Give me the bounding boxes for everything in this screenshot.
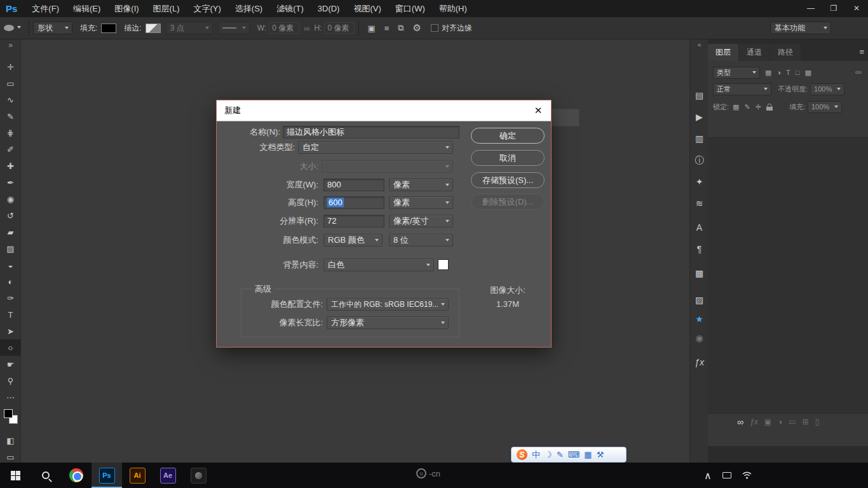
dock-info-icon[interactable]: ⓘ (690, 155, 709, 166)
lock-all-icon[interactable] (766, 104, 773, 111)
dock-fx-icon[interactable]: ƒx (690, 357, 709, 367)
dock-actions-icon[interactable]: ▶ (690, 112, 709, 122)
menu-item-type[interactable]: 文字(Y) (186, 0, 227, 17)
path-alignment-icon[interactable]: ≡ (380, 24, 394, 33)
menu-item-window[interactable]: 窗口(W) (388, 0, 432, 17)
dock-history-icon[interactable]: ▤ (690, 90, 709, 100)
filter-type-layers-icon[interactable]: T (786, 69, 790, 76)
dock-character-icon[interactable]: A (690, 222, 709, 233)
dock-paragraph-icon[interactable]: ¶ (690, 244, 709, 254)
zoom-tool[interactable]: ⚲ (0, 372, 21, 389)
eyedropper-tool[interactable]: ✐ (0, 141, 21, 158)
pixel-aspect-select[interactable]: 方形像素 (327, 316, 449, 329)
resolution-input[interactable]: 72 (323, 215, 384, 227)
stroke-width-select[interactable]: 3 点 (166, 22, 213, 34)
dock-adjustments-icon[interactable]: ✦ (690, 177, 709, 187)
blend-mode-select[interactable]: 正常 (713, 83, 771, 95)
fill-color-swatch[interactable] (101, 24, 116, 33)
gear-icon[interactable]: ⚙ (409, 22, 426, 34)
ok-button[interactable]: 确定 (471, 128, 545, 144)
dialog-title-bar[interactable]: 新建 (217, 100, 551, 121)
healing-brush-tool[interactable]: ✚ (0, 158, 21, 174)
align-edges-checkbox[interactable] (431, 24, 438, 32)
ellipse-tool[interactable]: ○ (0, 339, 21, 356)
start-button[interactable] (0, 463, 31, 488)
background-color-swatch[interactable] (438, 259, 449, 270)
display-icon[interactable] (722, 472, 731, 478)
lasso-tool[interactable]: ∿ (0, 92, 21, 108)
expand-panels-icon[interactable]: « (690, 41, 709, 48)
menu-item-help[interactable]: 帮助(H) (432, 0, 474, 17)
minimize-icon[interactable]: — (799, 0, 822, 17)
advanced-label[interactable]: 高级 (252, 283, 275, 295)
height-unit-select[interactable]: 像素 (389, 196, 453, 209)
fill-opacity-select[interactable]: 100% (808, 101, 842, 113)
lock-paint-icon[interactable]: ✎ (744, 103, 750, 111)
menu-item-file[interactable]: 文件(F) (25, 0, 66, 17)
filter-shape-layers-icon[interactable]: □ (796, 69, 800, 76)
layer-style-icon[interactable]: ƒx (750, 417, 758, 426)
delete-layer-icon[interactable]: ▯ (815, 417, 820, 426)
background-select[interactable]: 白色 (323, 259, 434, 271)
menu-item-3d[interactable]: 3D(D) (311, 0, 347, 17)
dodge-tool[interactable]: ◐ (0, 273, 21, 290)
blur-tool[interactable]: ◒ (0, 257, 21, 273)
ime-fullwidth-icon[interactable]: ☽ (545, 450, 552, 459)
stroke-color-swatch[interactable] (146, 24, 161, 33)
cancel-button[interactable]: 取消 (471, 150, 545, 166)
hand-tool[interactable]: ☛ (0, 356, 21, 372)
layer-filter-kind-select[interactable]: 类型 (713, 67, 760, 79)
menu-item-image[interactable]: 图像(I) (107, 0, 146, 17)
path-selection-tool[interactable]: ➤ (0, 323, 21, 339)
link-dimensions-icon[interactable]: ∞ (299, 24, 314, 33)
edit-toolbar-icon[interactable]: ⋯ (0, 389, 21, 405)
taskbar-search-button[interactable] (31, 463, 61, 488)
pen-tool[interactable]: ✑ (0, 290, 21, 306)
workspace-switcher[interactable]: 基本功能 (770, 22, 831, 34)
dock-properties-icon[interactable]: ≋ (690, 198, 709, 208)
quick-mask-icon[interactable]: ◧ (0, 432, 21, 449)
resolution-unit-select[interactable]: 像素/英寸 (389, 215, 453, 227)
eraser-tool[interactable]: ▰ (0, 224, 21, 240)
color-profile-select[interactable]: 工作中的 RGB: sRGB IEC619... (327, 298, 449, 311)
foreground-color-swatch[interactable] (4, 409, 13, 418)
filter-smart-objects-icon[interactable]: ▩ (804, 69, 811, 77)
dock-stock-icon[interactable]: ◉ (690, 333, 709, 343)
layer-mask-icon[interactable]: ▣ (764, 417, 771, 426)
ime-keyboard-icon[interactable]: ⌨ (568, 450, 580, 459)
taskbar-aftereffects-button[interactable]: Ae (153, 463, 183, 488)
taskbar-app-button[interactable] (183, 463, 214, 488)
ime-symbols-icon[interactable]: ▦ (584, 450, 592, 459)
filter-pixel-layers-icon[interactable]: ▦ (765, 69, 771, 77)
doc-type-select[interactable]: 自定 (298, 141, 453, 154)
width-unit-select[interactable]: 像素 (389, 179, 453, 191)
dock-libraries-icon[interactable]: ★ (690, 314, 709, 324)
tab-paths[interactable]: 路径 (770, 44, 801, 61)
filter-toggle[interactable] (854, 70, 863, 75)
width-input[interactable]: 800 (323, 179, 384, 191)
lock-transparency-icon[interactable]: ▦ (733, 103, 739, 111)
tool-preset-picker[interactable] (0, 25, 25, 31)
taskbar-chrome-button[interactable] (61, 463, 92, 488)
opacity-select[interactable]: 100% (810, 83, 844, 95)
taskbar-photoshop-button[interactable]: Ps (92, 463, 122, 488)
shape-height-field[interactable]: 0 像素 (324, 22, 355, 34)
history-brush-tool[interactable]: ↺ (0, 207, 21, 224)
restore-icon[interactable]: ❐ (822, 0, 845, 17)
lock-position-icon[interactable]: ✛ (756, 103, 761, 111)
bit-depth-select[interactable]: 8 位 (389, 234, 453, 247)
clone-stamp-tool[interactable]: ◉ (0, 191, 21, 207)
layers-list[interactable] (708, 137, 868, 430)
menu-item-filter[interactable]: 滤镜(T) (269, 0, 311, 17)
rect-marquee-tool[interactable]: ▭ (0, 75, 21, 92)
dock-styles-icon[interactable]: ▥ (690, 133, 709, 144)
path-operations-icon[interactable]: ▣ (363, 24, 379, 33)
taskbar-illustrator-button[interactable]: Ai (122, 463, 153, 488)
tray-expand-icon[interactable]: ∧ (704, 470, 712, 482)
ime-language-icon[interactable]: 中 (532, 449, 540, 461)
panel-menu-icon[interactable]: ≡ (859, 47, 864, 57)
tool-mode-select[interactable]: 形状 (33, 22, 72, 34)
move-tool[interactable]: ✛ (0, 58, 21, 75)
dialog-close-icon[interactable]: ✕ (532, 105, 545, 116)
save-preset-button[interactable]: 存储预设(S)... (471, 172, 545, 188)
